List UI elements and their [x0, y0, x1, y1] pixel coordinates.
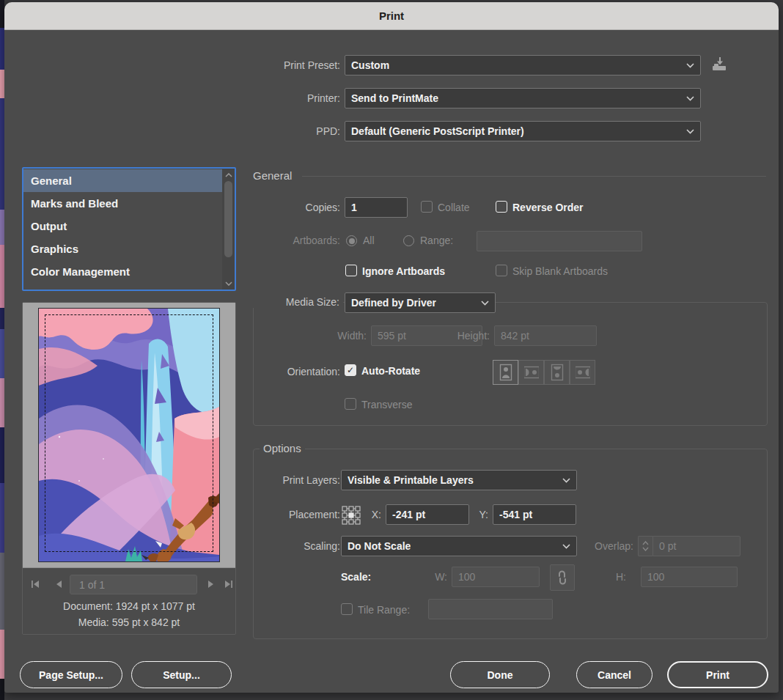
sidebar-item-color-management[interactable]: Color Management: [23, 260, 235, 283]
x-input[interactable]: [386, 504, 469, 525]
reverse-order-label: Reverse Order: [512, 202, 584, 213]
media-size-value: Defined by Driver: [351, 297, 436, 309]
dialog-titlebar: Print: [4, 2, 779, 30]
artboards-range-label: Range:: [420, 235, 453, 246]
ppd-value: Default (Generic PostScript Printer): [351, 125, 524, 137]
options-section-title: Options: [260, 442, 305, 454]
preview-panel: [23, 303, 235, 568]
print-preset-value: Custom: [351, 59, 389, 71]
ppd-select[interactable]: Default (Generic PostScript Printer): [345, 121, 701, 141]
tile-range-label: Tile Range:: [358, 604, 410, 616]
copies-input[interactable]: [345, 197, 408, 218]
artboards-label: Artboards:: [253, 235, 340, 246]
sidebar-item-advanced-partial[interactable]: Advanced: [23, 283, 235, 291]
general-section-title: General: [253, 169, 292, 182]
dialog-title: Print: [379, 10, 404, 22]
printer-value: Send to PrintMate: [351, 92, 438, 104]
ppd-label: PPD:: [239, 125, 340, 137]
sidebar-item-marks-and-bleed[interactable]: Marks and Bleed: [23, 192, 235, 215]
auto-rotate-checkbox[interactable]: ✓: [345, 364, 356, 376]
artboards-all-label: All: [363, 235, 375, 246]
print-sections-list: General Marks and Bleed Output Graphics …: [22, 167, 236, 291]
overlap-stepper: [638, 536, 652, 556]
orientation-landscape-left-icon: [518, 360, 544, 385]
print-preview-box: 1 of 1 Document: 1924 pt x 1077 pt Media…: [22, 302, 236, 635]
collate-label: Collate: [438, 202, 470, 213]
scaling-value: Do Not Scale: [348, 540, 411, 552]
chevron-down-icon: [686, 129, 694, 134]
page-number-field: 1 of 1: [70, 575, 197, 594]
print-layers-select[interactable]: Visible & Printable Layers: [341, 470, 577, 490]
print-button[interactable]: Print: [667, 661, 768, 688]
scrollbar-thumb[interactable]: [224, 181, 232, 257]
chevron-down-icon: [562, 478, 570, 483]
collate-checkbox: [421, 201, 433, 213]
next-page-button: [205, 578, 218, 591]
save-preset-button[interactable]: [706, 56, 732, 75]
width-label: Width:: [293, 330, 367, 342]
print-preset-label: Print Preset:: [239, 59, 340, 71]
tile-range-checkbox: [341, 603, 353, 615]
print-layers-value: Visible & Printable Layers: [348, 474, 474, 486]
scale-label: Scale:: [341, 571, 371, 583]
print-preset-select[interactable]: Custom: [345, 55, 701, 75]
print-layers-label: Print Layers:: [253, 474, 340, 486]
scroll-down-icon[interactable]: [224, 279, 233, 288]
page-margin-guide: [45, 314, 213, 552]
chevron-down-icon: [481, 301, 489, 306]
reverse-order-checkbox[interactable]: [496, 201, 507, 213]
preview-page-artwork[interactable]: [39, 309, 219, 561]
sidebar-item-graphics[interactable]: Graphics: [23, 237, 235, 260]
scroll-up-icon[interactable]: [224, 170, 233, 180]
print-dialog: Print Print Preset: Custom Printer: Send…: [4, 2, 779, 693]
media-size-info: Media: 595 pt x 842 pt: [23, 616, 235, 628]
artboards-range-input: [477, 231, 642, 251]
sidebar-item-output[interactable]: Output: [23, 215, 235, 237]
cancel-button[interactable]: Cancel: [576, 661, 652, 688]
ignore-artboards-label: Ignore Artboards: [362, 265, 445, 277]
transverse-label: Transverse: [361, 399, 413, 410]
overlap-label: Overlap:: [531, 540, 633, 552]
skip-blank-artboards-checkbox: [496, 265, 507, 276]
sidebar-item-general[interactable]: General: [23, 169, 235, 192]
document-size-info: Document: 1924 pt x 1077 pt: [23, 600, 235, 612]
placement-reference-grid[interactable]: [341, 505, 361, 525]
scale-w-label: W:: [427, 571, 447, 583]
save-preset-icon: [710, 56, 728, 75]
printer-select[interactable]: Send to PrintMate: [345, 88, 701, 108]
ignore-artboards-checkbox[interactable]: [345, 265, 357, 276]
tile-range-input: [428, 599, 553, 619]
scale-w-input: [452, 567, 540, 587]
checkmark-icon: ✓: [347, 366, 354, 375]
previous-page-button: [52, 578, 65, 591]
first-page-button: [29, 578, 42, 591]
skip-blank-artboards-label: Skip Blank Artboards: [512, 265, 608, 277]
artboards-all-radio: [346, 235, 357, 246]
last-page-button: [222, 578, 235, 591]
scale-h-label: H:: [606, 571, 626, 583]
height-label: Height:: [437, 330, 490, 342]
y-label: Y:: [474, 509, 488, 520]
printer-label: Printer:: [239, 92, 340, 104]
orientation-portrait-up-icon: [493, 360, 518, 385]
general-section-rule: [302, 176, 766, 177]
orientation-portrait-down-icon: [544, 360, 570, 385]
height-input: [494, 325, 597, 346]
list-scrollbar[interactable]: [222, 169, 235, 290]
page-setup-button[interactable]: Page Setup...: [20, 661, 122, 688]
transverse-checkbox: [345, 398, 356, 410]
orientation-landscape-right-icon: [570, 360, 595, 385]
setup-button[interactable]: Setup...: [131, 661, 232, 688]
chevron-down-icon: [686, 63, 694, 68]
stepper-down-icon: [642, 547, 649, 551]
stepper-up-icon: [642, 541, 649, 545]
overlap-input: [652, 536, 740, 556]
auto-rotate-label: Auto-Rotate: [361, 365, 420, 377]
scaling-label: Scaling:: [253, 540, 340, 552]
y-input[interactable]: [493, 504, 576, 525]
placement-grid-icon: [342, 506, 361, 525]
done-button[interactable]: Done: [450, 661, 550, 688]
media-size-select[interactable]: Defined by Driver: [345, 292, 496, 313]
artboards-range-radio: [403, 235, 414, 246]
orientation-buttons: [493, 360, 595, 385]
